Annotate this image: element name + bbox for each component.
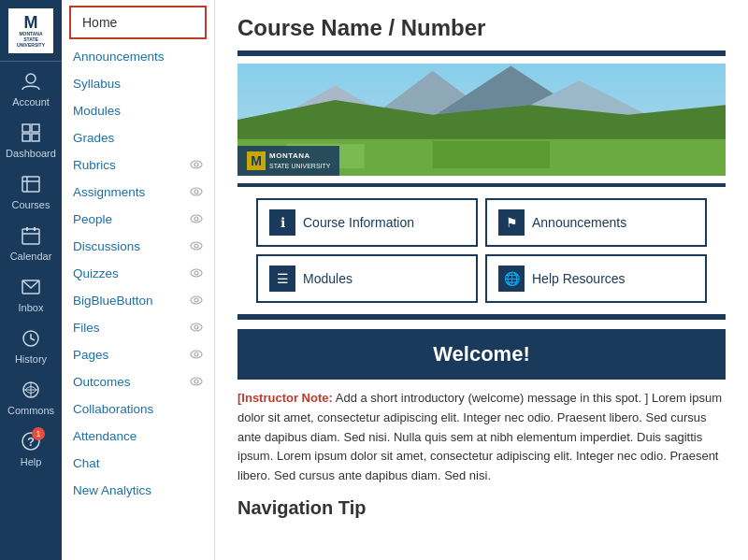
svg-point-22 [194,190,198,194]
course-nav-link-label: Grades [73,131,114,145]
course-nav-link-label: BigBlueButton [73,294,153,308]
announcements-label: Announcements [532,215,626,230]
svg-point-36 [194,380,198,383]
course-nav-link[interactable]: Grades [62,124,214,151]
course-nav-link[interactable]: Attendance [62,423,214,450]
course-nav-link-label: Assignments [73,185,145,199]
nav-item-account[interactable]: Account [0,62,62,113]
info-icon: ℹ [269,209,295,236]
svg-point-25 [191,242,202,250]
course-nav-link[interactable]: Outcomes [62,368,214,395]
course-nav-link-label: Announcements [73,50,165,64]
course-nav-link[interactable]: Chat [62,450,214,477]
help-icon: ? 1 [19,429,43,453]
course-nav-link-label: Quizzes [73,266,119,280]
quick-link-announcements[interactable]: ⚑ Announcements [485,198,707,247]
course-nav-link-label: Outcomes [73,375,131,389]
hero-image: M MONTANA STATE UNIVERSITY [237,64,726,176]
logo: M MONTANA STATE UNIVERSITY [0,0,62,62]
globe-icon: 🌐 [498,266,525,292]
course-nav-link[interactable]: People [62,206,214,233]
modules-icon: ☰ [269,266,295,292]
course-nav-link[interactable]: Pages [62,341,214,368]
main-content: Course Name / Number [215,0,748,560]
nav-item-help[interactable]: ? 1 Help [0,422,62,473]
course-title: Course Name / Number [237,15,726,41]
nav-label-account: Account [12,96,50,108]
course-nav-link-label: Modules [73,104,121,118]
course-nav-link-label: Discussions [73,239,140,253]
course-nav-link-label: Pages [73,348,108,362]
course-nav-links: AnnouncementsSyllabusModulesGradesRubric… [62,43,214,504]
global-nav: M MONTANA STATE UNIVERSITY Account [0,0,62,560]
welcome-banner: Welcome! [237,329,726,380]
nav-item-calendar[interactable]: Calendar [0,216,62,267]
svg-point-30 [194,298,198,302]
nav-item-history[interactable]: History [0,319,62,370]
course-nav-link[interactable]: Collaborations [62,395,214,423]
eye-icon[interactable] [190,159,203,172]
quick-link-help-resources[interactable]: 🌐 Help Resources [485,254,707,303]
inbox-icon [19,275,43,299]
eye-icon[interactable] [190,186,203,199]
nav-item-courses[interactable]: Courses [0,165,62,216]
course-nav-link[interactable]: Assignments [62,179,214,206]
svg-point-21 [191,188,202,195]
quick-link-course-info[interactable]: ℹ Course Information [256,198,478,247]
course-nav-link[interactable]: New Analytics [62,477,214,504]
course-nav-link[interactable]: Syllabus [62,70,214,97]
svg-point-31 [191,323,202,331]
course-nav-link[interactable]: Announcements [62,43,214,70]
eye-icon[interactable] [190,294,203,308]
course-nav-link-label: Chat [73,456,100,470]
course-nav-link-label: Syllabus [73,77,121,91]
eye-icon[interactable] [190,240,203,253]
modules-label: Modules [303,271,352,286]
course-nav-link-label: Files [73,321,100,335]
nav-item-inbox[interactable]: Inbox [0,267,62,319]
course-nav-link[interactable]: BigBlueButton [62,287,214,314]
svg-point-35 [191,378,202,385]
course-nav-link[interactable]: Discussions [62,233,214,260]
course-nav-link[interactable]: Files [62,314,214,341]
course-nav-link[interactable]: Modules [62,97,214,124]
instructor-note-prefix: [Instructor Note: [237,391,333,405]
nav-tip-heading: Navigation Tip [237,497,726,519]
nav-item-commons[interactable]: Commons [0,370,62,422]
course-info-label: Course Information [303,215,414,230]
nav-item-dashboard[interactable]: Dashboard [0,113,62,165]
eye-icon[interactable] [190,267,203,280]
svg-point-24 [194,217,198,221]
account-icon [19,69,43,93]
home-link[interactable]: Home [69,6,207,39]
eye-icon[interactable] [190,376,203,389]
nav-label-inbox: Inbox [19,302,44,313]
svg-point-33 [191,351,202,358]
course-nav-link-label: People [73,212,112,226]
help-resources-label: Help Resources [532,271,626,286]
svg-point-27 [191,269,202,277]
quick-link-modules[interactable]: ☰ Modules [256,254,478,303]
logo-sub: MONTANA STATE UNIVERSITY [17,31,45,48]
course-nav-link[interactable]: Rubrics [62,151,214,179]
quick-links-grid: ℹ Course Information ⚑ Announcements ☰ M… [256,198,707,303]
nav-label-courses: Courses [12,199,50,210]
svg-point-23 [191,215,202,223]
course-sidebar: Home AnnouncementsSyllabusModulesGradesR… [62,0,215,560]
course-nav-link-label: Collaborations [73,402,153,416]
svg-rect-8 [22,229,39,244]
bottom-image-bar [237,183,726,187]
eye-icon[interactable] [190,213,203,226]
svg-rect-3 [22,134,30,141]
nav-label-dashboard: Dashboard [6,148,56,159]
nav-label-calendar: Calendar [10,251,52,262]
mid-blue-bar [237,314,726,320]
course-nav-link-label: Rubrics [73,158,116,172]
course-nav-link[interactable]: Quizzes [62,260,214,287]
commons-icon [19,378,43,402]
help-badge-count: 1 [32,427,45,440]
calendar-icon [19,223,43,248]
history-icon [19,326,43,351]
eye-icon[interactable] [190,349,203,362]
eye-icon[interactable] [190,322,203,335]
